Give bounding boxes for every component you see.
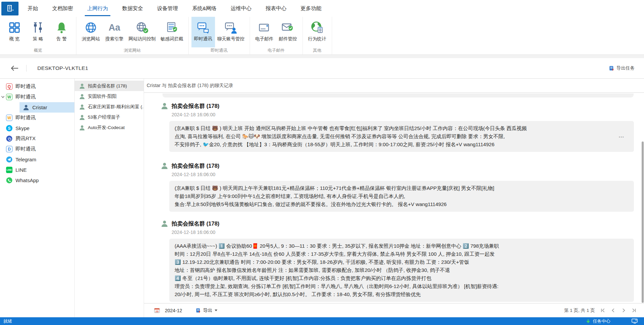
ribbon-item-label: 即时通讯 <box>194 36 212 42</box>
next-page-button[interactable] <box>621 308 626 313</box>
sidebar-item-即时通讯[interactable]: W即时通讯 <box>0 113 74 123</box>
sidebar-item-即时通讯[interactable]: W即时通讯 <box>0 92 74 102</box>
avatar-green-icon <box>79 125 85 131</box>
ribbon-item-即时通讯[interactable]: 即时通讯 <box>191 17 215 47</box>
sidebar-item-Telegram[interactable]: Telegram <box>0 154 74 165</box>
ribbon-group-label: 即时通讯 <box>191 47 247 54</box>
line-icon: LINE <box>6 167 12 173</box>
ribbon-item-策略[interactable]: 策 略 <box>26 17 50 47</box>
avatar-green-icon <box>79 114 85 120</box>
divider <box>26 65 27 72</box>
prev-page-button[interactable] <box>611 308 616 313</box>
export-button[interactable]: 导出 <box>196 308 217 314</box>
message-sender: 拍卖会报名群 (178) <box>172 220 641 227</box>
conversation-list: 拍卖会报名群 (178)安固软件-阳阳石家庄闲置群-顺利出闲置 (...53客户… <box>75 79 144 317</box>
message-time: 2024-12-18 16:06:00 <box>172 171 641 177</box>
ribbon-group-label: 浏览网站 <box>79 47 186 54</box>
message-line: 点淘, 喜马拉雅等福利, 在公司 🐎🐱🐶 增加活跃度和商家点击量, 无需任何推销… <box>175 132 629 140</box>
globe-check-icon <box>136 20 149 35</box>
ribbon-item-label: 网站访问控制 <box>129 36 156 42</box>
export-tasks-label: 导出任务 <box>616 65 635 71</box>
chat-scrollbar[interactable] <box>641 93 644 303</box>
sidebar-item-腾讯RTX[interactable]: 腾讯RTX <box>0 133 74 144</box>
ribbon-item-聊天账号管控[interactable]: 聊天账号管控 <box>215 17 247 47</box>
ribbon-item-网站访问控制[interactable]: 网站访问控制 <box>126 17 158 47</box>
main-area: Q即时通讯W即时通讯CristarW即时通讯SSkype腾讯RTXD即时通讯Te… <box>0 79 644 317</box>
sidebar-item-WhatsApp[interactable]: WhatsApp <box>0 175 74 186</box>
message-line: 20/小时, 周一结, 不压工资 班次时间≥6小时, 默认扣0.5小时。 工作要… <box>175 290 629 298</box>
tab-上网行为[interactable]: 上网行为 <box>80 0 115 17</box>
message-bubble: (京A兼职 $ 日结 🐻 ) 明天周四上午半天兼职181元+精品保温杯；110元… <box>169 181 634 212</box>
ribbon-item-告警[interactable]: 告 警 <box>50 17 73 47</box>
conversation-item[interactable]: Auto开发-Codecat <box>75 122 144 133</box>
conversation-label: Auto开发-Codecat <box>88 125 125 131</box>
sidebar-item-Cristar[interactable]: Cristar <box>20 102 74 113</box>
export-dropdown-caret-icon <box>215 310 217 311</box>
tab-数据安全[interactable]: 数据安全 <box>115 0 150 17</box>
export-tasks-button[interactable]: 导出任务 <box>609 65 635 71</box>
ribbon-item-行为统计[interactable]: 行为统计 <box>306 17 329 47</box>
ribbon-group-label: 概览 <box>3 47 73 54</box>
month-picker[interactable]: 2024-12 <box>165 308 182 313</box>
message-line: 3️⃣ 12.19-12.20北京兼职通告 时间：7:00-20:00 要求：男… <box>175 258 629 266</box>
mail-shield-icon <box>281 20 295 35</box>
chat-title: Cristar 与 拍卖会报名群 (178) 的聊天记录 <box>144 79 644 93</box>
ribbon-item-邮件管控[interactable]: 邮件管控 <box>276 17 300 47</box>
mail-icon <box>258 20 271 35</box>
first-page-button[interactable] <box>600 308 605 313</box>
conversation-item[interactable]: 53客户经理苗子 <box>75 112 144 122</box>
sidebar-item-即时通讯[interactable]: Q即时通讯 <box>0 81 74 92</box>
conversation-label: 拍卖会报名群 (178) <box>88 83 127 89</box>
back-button[interactable] <box>10 65 19 72</box>
conversation-item[interactable]: 拍卖会报名群 (178) <box>75 81 144 91</box>
message-line: (京A兼职 $ 日结 🐻 ) 明天周四上午半天兼职181元+精品保温杯；110元… <box>175 184 629 192</box>
ribbon-item-概览[interactable]: 概 览 <box>3 17 26 47</box>
pager-bar: 23 2024-12 导出 第 1 页, 共 1 页 <box>144 303 644 317</box>
conversation-label: 石家庄闲置群-顺利出闲置 (... <box>88 104 144 110</box>
conversation-item[interactable]: 安固软件-阳阳 <box>75 91 144 101</box>
sidebar-item-label: 即时通讯 <box>15 146 36 152</box>
tab-报表中心[interactable]: 报表中心 <box>258 0 293 17</box>
conversation-item[interactable]: 石家庄闲置群-顺利出闲置 (... <box>75 101 144 112</box>
ribbon-item-搜索引擎[interactable]: Aa搜索引擎 <box>103 17 126 47</box>
ribbon-toolbar: 概 览策 略告 警概览浏览网站Aa搜索引擎网站访问控制敏感词拦截浏览网站即时通讯… <box>0 17 644 55</box>
last-page-button[interactable] <box>632 308 637 313</box>
sidebar-item-label: 即时通讯 <box>15 94 36 100</box>
tab-更多功能[interactable]: 更多功能 <box>293 0 328 17</box>
prev-page-icon <box>611 308 616 313</box>
chat-scrollbar-thumb[interactable] <box>642 141 644 303</box>
message: 拍卖会报名群 (178)2024-12-18 16:06:00(AAA承接活动~… <box>144 220 641 302</box>
member-avatar-icon <box>161 220 168 227</box>
message-bubble: (京A兼职 $ 日结 🐻 ) 明天上班 开始 通州区马驹桥开始上班 中午管餐 也… <box>169 121 634 152</box>
chat-person-icon <box>224 20 238 35</box>
chat-icon <box>196 20 210 35</box>
sidebar-item-Skype[interactable]: SSkype <box>0 123 74 133</box>
globe-stats-icon <box>311 20 324 35</box>
sidebar-item-LINE[interactable]: LINELINE <box>0 165 74 175</box>
sidebar-item-即时通讯[interactable]: D即时通讯 <box>0 144 74 154</box>
tab-文档加密[interactable]: 文档加密 <box>45 0 80 17</box>
ribbon-item-电子邮件[interactable]: 电子邮件 <box>253 17 276 47</box>
app-menu-button[interactable] <box>1 2 19 15</box>
task-center-button[interactable]: 任务中心 <box>593 318 610 324</box>
tab-系统&网络[interactable]: 系统&网络 <box>185 0 223 17</box>
tab-运维中心[interactable]: 运维中心 <box>223 0 258 17</box>
message-line: 地址：首钢四高炉 报名加微信发姓名年龄照片 注：如果需要加班, 需要积极配合, … <box>175 266 629 274</box>
chevron-down-icon[interactable] <box>1 95 5 99</box>
message-sender: 拍卖会报名群 (178) <box>172 102 641 110</box>
device-name: DESKTOP-VLKTLE1 <box>37 65 88 71</box>
ribbon-item-敏感词拦截[interactable]: 敏感词拦截 <box>158 17 186 47</box>
ribbon-item-浏览网站[interactable]: 浏览网站 <box>79 17 103 47</box>
ribbon-group-label: 其他 <box>306 47 329 54</box>
member-avatar-icon <box>161 162 168 169</box>
message-line: 年龄18周岁到35岁 上午9:00到中午1点之前准时结束, 工资现场秒结, 有本… <box>175 192 629 200</box>
sidebar-item-label: 即时通讯 <box>15 83 36 90</box>
sidebar-item-label: 腾讯RTX <box>15 135 36 142</box>
tab-开始[interactable]: 开始 <box>21 0 45 17</box>
monitor-button[interactable] <box>632 319 638 324</box>
message-more-button[interactable]: … <box>618 132 624 139</box>
tab-设备管理[interactable]: 设备管理 <box>150 0 185 17</box>
sliders-icon <box>32 20 44 35</box>
calendar-icon[interactable]: 23 <box>154 308 160 313</box>
dingtalk-icon: D <box>6 146 12 152</box>
